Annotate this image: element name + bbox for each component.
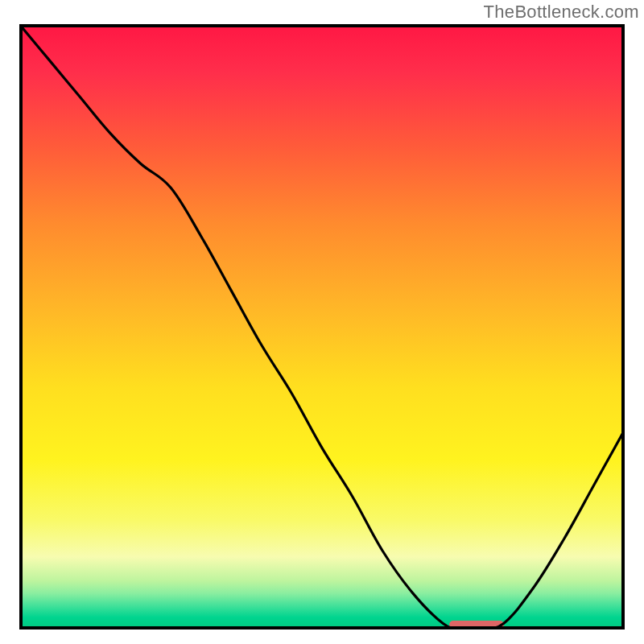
chart-container: TheBottleneck.com <box>0 0 644 644</box>
chart-frame <box>19 24 625 630</box>
watermark-text: TheBottleneck.com <box>484 2 639 23</box>
optimum-marker <box>449 621 504 629</box>
chart-gradient-background <box>19 24 625 630</box>
